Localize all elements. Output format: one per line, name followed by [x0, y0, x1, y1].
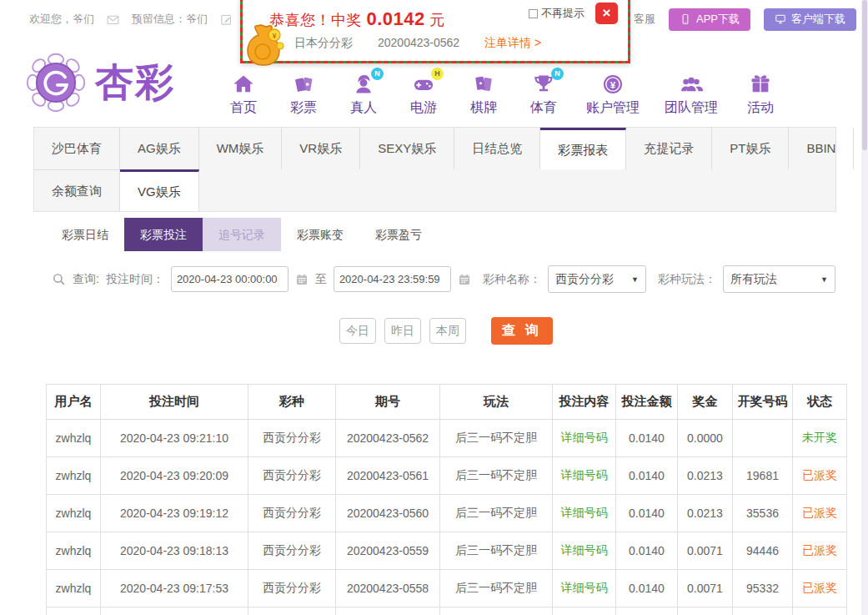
- lottery-name-select[interactable]: 西贡分分彩 ▼: [548, 265, 646, 293]
- popup-detail-line: 日本分分彩 20200423-0562 注单详情 >: [294, 36, 628, 51]
- report-tabs-row1: 沙巴体育AG娱乐WM娱乐VR娱乐SEXY娱乐日结总览彩票报表充提记录PT娱乐BB…: [34, 128, 835, 169]
- cell-issue: 20200423-0560: [336, 495, 440, 532]
- cell-amount: 0.0140: [616, 457, 678, 495]
- table-row: zwhzlq2020-04-23 09:20:09西贡分分彩20200423-0…: [47, 457, 847, 495]
- quick-filter-今日[interactable]: 今日: [339, 318, 376, 344]
- win-amount: 0.0142: [367, 8, 425, 29]
- detail-numbers-link[interactable]: 详细号码: [553, 457, 616, 495]
- col-header-投注内容: 投注内容: [553, 385, 616, 420]
- tab-沙巴体育[interactable]: 沙巴体育: [34, 128, 120, 169]
- no-remind-checkbox[interactable]: [529, 9, 538, 18]
- tab-BBIN[interactable]: BBIN: [789, 128, 854, 169]
- scrollbar-thumb[interactable]: [862, 0, 867, 150]
- nav-label: 棋牌: [470, 99, 497, 117]
- trophy-icon: N: [532, 73, 555, 96]
- tab-日结总览[interactable]: 日结总览: [454, 128, 540, 169]
- cell-empty: [248, 607, 336, 615]
- subtab-彩票账变[interactable]: 彩票账变: [281, 218, 359, 251]
- detail-numbers-link[interactable]: 详细号码: [553, 532, 616, 570]
- cell-numbers: 35536: [733, 495, 793, 532]
- subtab-追号记录[interactable]: 追号记录: [203, 218, 281, 251]
- subtab-彩票盈亏[interactable]: 彩票盈亏: [359, 218, 438, 251]
- cell-status: 已派奖: [793, 457, 847, 495]
- search-button[interactable]: 查 询: [491, 317, 553, 345]
- cell-user: zwhzlq: [47, 532, 101, 570]
- nav-item-体育[interactable]: N体育: [526, 73, 561, 117]
- detail-numbers-link[interactable]: 详细号码: [553, 570, 616, 607]
- bet-time-label: 投注时间：: [106, 272, 164, 287]
- cell-empty: [47, 607, 101, 615]
- badge-N: N: [371, 68, 384, 80]
- nav-item-彩票[interactable]: 彩票: [286, 73, 321, 117]
- app-download-button[interactable]: APP下载: [669, 8, 750, 31]
- mail-icon[interactable]: [106, 13, 120, 27]
- calendar-icon[interactable]: [458, 273, 471, 286]
- table-row: zwhzlq2020-04-23 09:19:12西贡分分彩20200423-0…: [47, 495, 847, 532]
- quick-filter-昨日[interactable]: 昨日: [384, 318, 421, 344]
- nav-item-真人[interactable]: N真人: [346, 73, 381, 117]
- cell-empty: [793, 607, 847, 615]
- client-download-button[interactable]: 客户端下载: [764, 8, 856, 31]
- to-label: 至: [315, 272, 327, 287]
- tab-余额查询[interactable]: 余额查询: [34, 169, 120, 211]
- no-remind-option[interactable]: 不再提示: [529, 6, 585, 21]
- win-popup: × 不再提示 恭喜您！中奖 0.0142 元 日本分分彩 20200423-05…: [240, 0, 630, 63]
- tab-PT娱乐[interactable]: PT娱乐: [712, 128, 789, 169]
- nav-item-账户管理[interactable]: ¥账户管理: [586, 73, 640, 117]
- brand[interactable]: 杏彩: [25, 52, 175, 113]
- report-tabs: 沙巴体育AG娱乐WM娱乐VR娱乐SEXY娱乐日结总览彩票报表充提记录PT娱乐BB…: [33, 127, 836, 212]
- cell-prize: 0.0213: [678, 457, 733, 495]
- cell-issue: 20200423-0562: [336, 420, 440, 457]
- lottery-name-label: 彩种名称：: [483, 272, 541, 287]
- gift-icon: [749, 73, 772, 96]
- cell-issue: 20200423-0559: [336, 532, 440, 570]
- nav-item-电游[interactable]: H电游: [406, 73, 441, 117]
- tab-充提记录[interactable]: 充提记录: [626, 128, 712, 169]
- end-time-input[interactable]: [334, 266, 451, 292]
- search-icon: [52, 272, 66, 286]
- ticket-icon: [292, 73, 315, 96]
- tab-VR娱乐[interactable]: VR娱乐: [282, 128, 360, 169]
- cell-amount: 0.0140: [616, 570, 678, 607]
- nav-item-活动[interactable]: 活动: [743, 73, 778, 117]
- cell-numbers: 19681: [733, 457, 793, 495]
- col-header-用户名: 用户名: [47, 385, 101, 420]
- cell-status: 未开奖: [793, 420, 847, 457]
- nav-label: 真人: [350, 99, 377, 117]
- edit-icon[interactable]: [219, 13, 233, 27]
- nav-item-团队管理[interactable]: 团队管理: [665, 73, 718, 117]
- cell-play: 后三一码不定胆: [440, 570, 553, 607]
- play-type-select[interactable]: 所有玩法 ▼: [723, 265, 835, 293]
- subtab-彩票投注[interactable]: 彩票投注: [124, 218, 203, 251]
- welcome-text: 欢迎您，爷们: [29, 12, 94, 27]
- tab-AG娱乐[interactable]: AG娱乐: [120, 128, 199, 169]
- cell-lottery: 西贡分分彩: [248, 495, 336, 532]
- table-header-row: 用户名投注时间彩种期号玩法投注内容投注金额奖金开奖号码状态: [47, 385, 847, 420]
- nav-item-棋牌[interactable]: 棋牌: [466, 73, 501, 117]
- cell-lottery: 西贡分分彩: [248, 457, 336, 495]
- table-row: zwhzlq2020-04-23 09:17:53西贡分分彩20200423-0…: [47, 570, 847, 607]
- detail-numbers-link[interactable]: 详细号码: [553, 495, 616, 532]
- nav-item-首页[interactable]: 首页: [226, 73, 261, 117]
- nav-label: 账户管理: [586, 99, 640, 117]
- cell-lottery: 西贡分分彩: [248, 420, 336, 457]
- quick-filter-本周[interactable]: 本周: [429, 318, 466, 344]
- cell-numbers: 95332: [733, 570, 793, 607]
- popup-issue-no: 20200423-0562: [378, 36, 459, 51]
- detail-numbers-link[interactable]: 详细号码: [553, 420, 616, 457]
- order-detail-link[interactable]: 注单详情 >: [484, 36, 541, 51]
- filter-bar: 查询: 投注时间： 至 彩种名称： 西贡分分彩 ▼ 彩种玩法： 所有玩法 ▼: [52, 265, 868, 293]
- scrollbar[interactable]: [861, 0, 868, 615]
- app-download-label: APP下载: [696, 12, 740, 27]
- cell-play: 后三一码不定胆: [440, 495, 553, 532]
- subtab-彩票日结[interactable]: 彩票日结: [46, 218, 124, 251]
- tab-彩票报表[interactable]: 彩票报表: [540, 128, 626, 169]
- tab-VG娱乐[interactable]: VG娱乐: [120, 169, 199, 211]
- calendar-icon[interactable]: [295, 273, 309, 286]
- tab-WM娱乐[interactable]: WM娱乐: [199, 128, 283, 169]
- start-time-input[interactable]: [171, 266, 288, 292]
- col-header-彩种: 彩种: [248, 385, 336, 420]
- col-header-奖金: 奖金: [678, 385, 733, 420]
- popup-close-button[interactable]: ×: [595, 3, 618, 24]
- tab-SEXY娱乐[interactable]: SEXY娱乐: [360, 128, 454, 169]
